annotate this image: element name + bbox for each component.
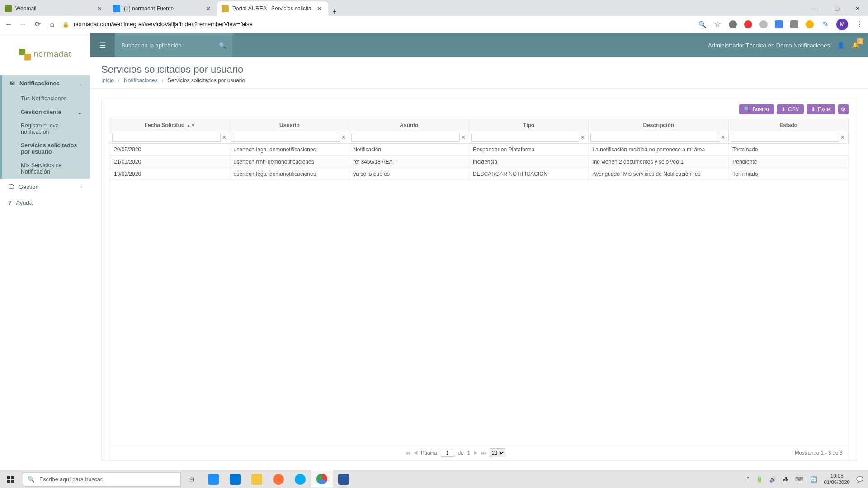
browser-tab[interactable]: Webmail ✕ (0, 1, 108, 16)
tray-network-icon[interactable]: 🖧 (783, 476, 789, 483)
pager-first[interactable]: ⏮ (405, 450, 410, 455)
kebab-icon[interactable]: ⋮ (855, 20, 863, 28)
taskbar-app[interactable] (224, 470, 246, 488)
clear-filter-icon[interactable]: ✕ (460, 134, 467, 141)
extension-icon[interactable] (806, 20, 814, 28)
breadcrumb-mid[interactable]: Notificaciones (124, 77, 158, 84)
filter-descripcion[interactable] (590, 133, 719, 142)
extension-icon[interactable] (744, 20, 752, 28)
task-view-icon[interactable]: ⊞ (181, 470, 203, 488)
sidebar-item-tus-notificaciones[interactable]: Tus Notificaciones (2, 91, 90, 106)
table-cell: Averiguado "Mis servicios de Notificació… (589, 168, 729, 180)
clear-filter-icon[interactable]: ✕ (340, 134, 347, 141)
sidebar-group-gestion-cliente[interactable]: Gestión cliente ⌄ (2, 106, 90, 118)
filter-estado[interactable] (731, 133, 839, 142)
excel-button[interactable]: ⬇Excel (807, 104, 835, 114)
new-tab-button[interactable]: + (328, 8, 341, 16)
user-label[interactable]: Administrador Técnico en Demo Notificaci… (708, 42, 830, 49)
chevron-down-icon: ⌄ (79, 81, 82, 86)
home-icon[interactable]: ⌂ (48, 20, 56, 28)
profile-avatar[interactable]: M (836, 19, 848, 30)
window-close[interactable]: ✕ (847, 1, 868, 16)
col-descripcion[interactable]: Descripción (589, 119, 729, 131)
extension-icon[interactable] (790, 20, 798, 28)
filter-usuario[interactable] (232, 133, 340, 142)
table-row[interactable]: 29/05/2020usertech-legal-demonotificacio… (110, 144, 849, 156)
search-input[interactable] (121, 42, 214, 49)
col-fecha[interactable]: Fecha Solicitud▲▼ (110, 119, 230, 131)
sidebar-item-mis-servicios[interactable]: Mis Servicios de Notificación (2, 158, 90, 179)
clear-filter-icon[interactable]: ✕ (579, 134, 586, 141)
browser-tab[interactable]: (1) normadat-Fuente ✕ (108, 1, 217, 16)
breadcrumb-home[interactable]: Inicio (101, 77, 114, 84)
url-text[interactable]: normadat.com/webintegral/servicioValija/… (74, 21, 253, 28)
clear-filter-icon[interactable]: ✕ (839, 134, 846, 141)
reload-icon[interactable]: ⟳ (33, 20, 42, 28)
sort-icon: ▲▼ (186, 123, 195, 128)
tray-action-center-icon[interactable]: 💬 (856, 476, 863, 483)
pager-size-select[interactable]: 20 (490, 448, 505, 457)
sidebar-group-notificaciones[interactable]: ✉ Notificaciones ⌄ (2, 75, 90, 91)
pager-last[interactable]: ⏭ (481, 450, 486, 455)
close-icon[interactable]: ✕ (95, 5, 104, 12)
windows-search[interactable]: 🔍 Escribe aquí para buscar. (23, 472, 181, 487)
pager-page-input[interactable] (441, 449, 454, 457)
zoom-icon[interactable]: 🔍 (698, 20, 706, 28)
clear-filter-icon[interactable]: ✕ (221, 134, 228, 141)
pager-prev[interactable]: ◀ (414, 450, 417, 455)
csv-button[interactable]: ⬇CSV (777, 104, 804, 114)
taskbar-app[interactable] (246, 470, 268, 488)
window-minimize[interactable]: — (806, 1, 826, 16)
col-asunto[interactable]: Asunto (349, 119, 469, 131)
browser-tab-active[interactable]: Portal ÁUREA - Servicios solicita ✕ (217, 1, 328, 16)
col-usuario[interactable]: Usuario (230, 119, 349, 131)
tray-volume-icon[interactable]: 🔊 (769, 476, 777, 483)
sidebar-item-servicios-solicitados[interactable]: Servicios solicitados por usuario (2, 139, 90, 158)
sidebar-item-registro-nueva[interactable]: Registro nueva notificación (2, 118, 90, 139)
taskbar-app[interactable] (289, 470, 311, 488)
taskbar-app-word[interactable] (333, 470, 354, 488)
tray-sync-icon[interactable]: 🔄 (810, 476, 817, 483)
close-icon[interactable]: ✕ (315, 5, 324, 12)
clear-filter-icon[interactable]: ✕ (719, 134, 726, 141)
filter-fecha[interactable] (112, 133, 221, 142)
taskbar-app[interactable] (268, 470, 289, 488)
forward-icon[interactable]: → (19, 20, 27, 28)
filter-asunto[interactable] (351, 133, 460, 142)
col-estado[interactable]: Estado (729, 119, 849, 131)
search-icon[interactable]: 🔍 (219, 42, 226, 49)
table-cell: Terminado (729, 144, 849, 156)
table-cell: 21/01/2020 (110, 156, 230, 168)
tray-keyboard-icon[interactable]: ⌨ (795, 476, 804, 483)
tray-chevron-icon[interactable]: ˄ (746, 476, 750, 483)
tray-battery-icon[interactable]: 🔋 (756, 476, 763, 483)
extension-icon[interactable] (775, 20, 783, 28)
table-row[interactable]: 21/01/2020usertech-rrhh-demonotificacion… (110, 156, 849, 168)
app-search[interactable]: 🔍 (115, 33, 232, 57)
close-icon[interactable]: ✕ (204, 5, 212, 12)
taskbar-app[interactable] (203, 470, 224, 488)
logo-text: normadat (33, 50, 71, 59)
window-maximize[interactable]: ▢ (826, 1, 847, 16)
buscar-button[interactable]: 🔍Buscar (739, 104, 774, 114)
filter-tipo[interactable] (471, 133, 580, 142)
pen-icon[interactable]: ✎ (821, 20, 829, 28)
pager-next[interactable]: ▶ (474, 450, 477, 455)
table-row[interactable]: 13/01/2020usertech-legal-demonotificacio… (110, 168, 849, 180)
tray-clock[interactable]: 10:08 01/06/2020 (824, 473, 850, 485)
start-button[interactable] (0, 470, 22, 488)
star-icon[interactable]: ☆ (713, 20, 722, 28)
sidebar-group-gestion[interactable]: 🖵 Gestión ‹ (0, 179, 90, 195)
search-icon: 🔍 (28, 476, 35, 483)
taskbar-app-chrome[interactable] (311, 470, 333, 488)
extension-icon[interactable] (760, 20, 768, 28)
hamburger-icon[interactable]: ☰ (90, 33, 115, 57)
favicon (5, 5, 12, 12)
col-tipo[interactable]: Tipo (469, 119, 589, 131)
breadcrumb: Inicio / Notificaciones / Servicios soli… (101, 77, 857, 84)
notifications-button[interactable]: 🔔3 (852, 42, 859, 49)
settings-button[interactable]: ⚙ (838, 104, 849, 114)
extension-icon[interactable] (729, 20, 737, 28)
back-icon[interactable]: ← (5, 20, 13, 28)
sidebar-group-ayuda[interactable]: ? Ayuda (0, 195, 90, 211)
